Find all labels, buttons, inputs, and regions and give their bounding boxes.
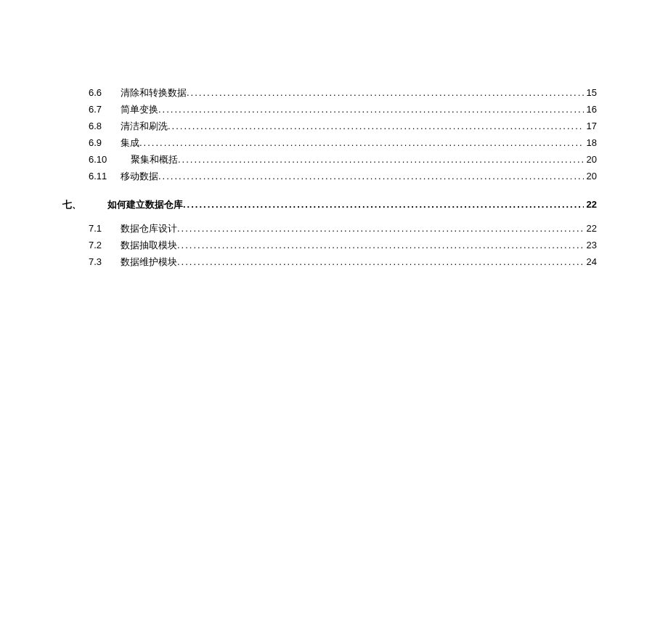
toc-leader-dots: ........................................…: [158, 101, 584, 118]
toc-leader-dots: ........................................…: [158, 168, 584, 184]
toc-entry: 7.1数据仓库设计...............................…: [89, 220, 597, 237]
toc-entry-page: 17: [584, 118, 597, 134]
toc-entry-page: 20: [584, 151, 597, 168]
toc-leader-dots: ........................................…: [177, 220, 584, 237]
toc-entry: 6.6清除和转换数据..............................…: [89, 84, 597, 101]
toc-subsection-group: 7.1数据仓库设计...............................…: [89, 220, 597, 270]
toc-entry-page: 15: [584, 84, 597, 101]
toc-entry-page: 20: [584, 168, 597, 184]
toc-entry-number: 6.6: [89, 84, 107, 101]
toc-entry-number: 7.1: [89, 220, 107, 237]
toc-entry-title: 清除和转换数据: [121, 84, 187, 101]
toc-entry: 6.10聚集和概括...............................…: [89, 151, 597, 168]
toc-entry-number: 6.11: [89, 168, 112, 184]
toc-entry: 七、如何建立数据仓库 .............................…: [76, 196, 597, 213]
toc-entry-page: 22: [584, 220, 597, 237]
toc-entry-number: 7.3: [89, 253, 107, 270]
toc-entry-number: 七、: [62, 196, 94, 213]
toc-leader-dots: ........................................…: [168, 118, 584, 134]
toc-entry-page: 23: [584, 237, 597, 253]
toc-entry-title: 如何建立数据仓库: [107, 196, 183, 213]
toc-entry-title: 集成: [121, 134, 139, 151]
toc-entry-title: 数据维护模块: [121, 253, 177, 270]
table-of-contents: 6.6清除和转换数据..............................…: [76, 84, 597, 270]
toc-entry-title: 简单变换: [121, 101, 158, 118]
toc-entry-title: 移动数据: [121, 168, 158, 184]
toc-leader-dots: ........................................…: [187, 84, 584, 101]
toc-entry-number: 7.2: [89, 237, 107, 253]
toc-entry-title: 数据仓库设计: [121, 220, 177, 237]
toc-entry-page: 22: [584, 196, 597, 213]
toc-entry: 6.9集成...................................…: [89, 134, 597, 151]
toc-entry-page: 18: [584, 134, 597, 151]
toc-entry: 6.7简单变换.................................…: [89, 101, 597, 118]
toc-entry-number: 6.8: [89, 118, 107, 134]
toc-leader-dots: ........................................…: [139, 134, 584, 151]
toc-entry-number: 6.9: [89, 134, 107, 151]
toc-subsection-group: 6.6清除和转换数据..............................…: [89, 84, 597, 184]
toc-entry-number: 6.10: [89, 151, 112, 168]
toc-entry-number: 6.7: [89, 101, 107, 118]
toc-entry-title: 聚集和概括: [131, 151, 178, 168]
toc-entry-page: 16: [584, 101, 597, 118]
toc-leader-dots: ........................................…: [183, 196, 584, 213]
toc-entry: 7.2数据抽取模块...............................…: [89, 237, 597, 253]
toc-entry-page: 24: [584, 253, 597, 270]
toc-entry-title: 数据抽取模块: [121, 237, 177, 253]
toc-leader-dots: ........................................…: [177, 237, 584, 253]
toc-leader-dots: ........................................…: [178, 151, 584, 168]
toc-entry: 7.3数据维护模块...............................…: [89, 253, 597, 270]
toc-entry: 6.11移动数据................................…: [89, 168, 597, 184]
toc-entry: 6.8清洁和刷洗................................…: [89, 118, 597, 134]
toc-leader-dots: ........................................…: [177, 253, 584, 270]
toc-entry-title: 清洁和刷洗: [121, 118, 168, 134]
